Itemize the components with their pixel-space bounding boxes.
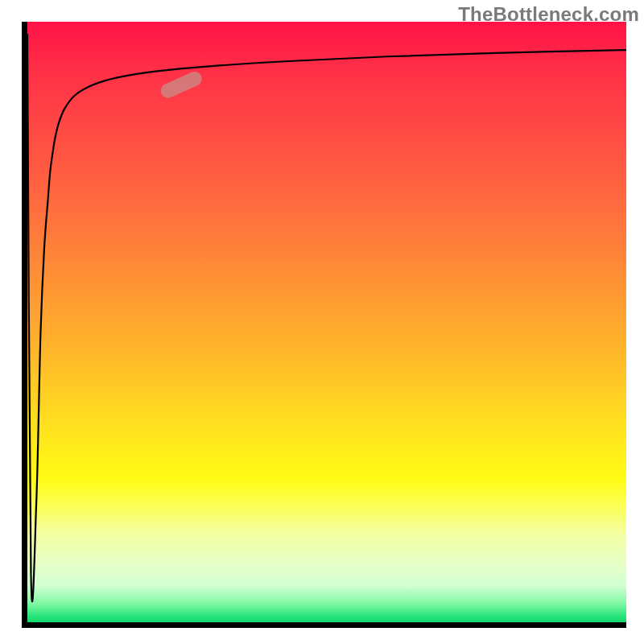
svg-rect-0 — [159, 69, 204, 100]
plot-area — [22, 22, 626, 628]
highlight-marker — [159, 69, 204, 100]
bottleneck-curve — [27, 34, 626, 601]
curve-layer — [27, 22, 626, 622]
chart-stage: TheBottleneck.com — [0, 0, 644, 644]
